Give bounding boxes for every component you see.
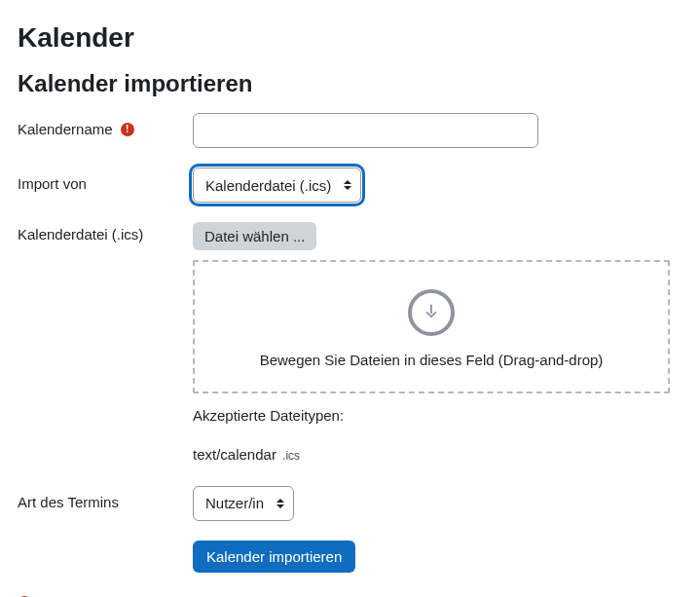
dropzone-text: Bewegen Sie Dateien in dieses Feld (Drag… — [214, 350, 648, 372]
accepted-ext: .ics — [282, 449, 300, 463]
label-import-from: Import von — [18, 173, 87, 196]
required-icon: ! — [121, 123, 134, 136]
choose-file-button[interactable]: Datei wählen ... — [193, 222, 316, 250]
row-calendar-file: Kalenderdatei (.ics) Datei wählen ... Be… — [18, 222, 682, 466]
calendar-name-input[interactable] — [193, 113, 538, 148]
row-event-type: Art des Termins Nutzer/in — [18, 486, 682, 521]
accepted-types-value: text/calendar .ics — [193, 444, 670, 466]
label-calendar-file: Kalenderdatei (.ics) — [18, 224, 143, 246]
accepted-mime: text/calendar — [193, 446, 276, 463]
event-type-selected: Nutzer/in — [205, 495, 264, 511]
row-calendar-name: Kalendername ! — [18, 113, 682, 148]
page-title: Kalender — [18, 18, 682, 58]
download-icon — [408, 289, 455, 336]
import-from-selected: Kalenderdatei (.ics) — [205, 177, 331, 194]
event-type-select[interactable]: Nutzer/in — [193, 486, 294, 521]
accepted-types-label: Akzeptierte Dateitypen: — [193, 405, 670, 428]
row-import-from: Import von Kalenderdatei (.ics) — [18, 168, 682, 203]
label-calendar-name: Kalendername — [18, 119, 113, 141]
row-submit: Kalender importieren — [18, 541, 682, 573]
label-event-type: Art des Termins — [18, 492, 119, 514]
import-from-select[interactable]: Kalenderdatei (.ics) — [193, 168, 361, 203]
import-calendar-button[interactable]: Kalender importieren — [193, 541, 355, 573]
required-legend: ! notwendig — [18, 592, 682, 598]
page-subtitle: Kalender importieren — [18, 66, 682, 101]
file-dropzone[interactable]: Bewegen Sie Dateien in dieses Feld (Drag… — [193, 260, 670, 393]
required-legend-text: notwendig — [41, 592, 107, 598]
